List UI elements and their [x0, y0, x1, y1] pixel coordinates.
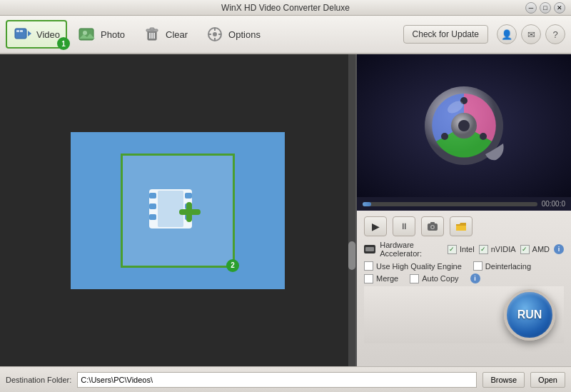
merge-checkbox[interactable] [364, 274, 373, 283]
svg-point-14 [213, 32, 217, 36]
photo-button[interactable]: Photo [70, 20, 132, 49]
accel-options: ✓ Intel ✓ nVIDIA ✓ AMD i [448, 244, 564, 254]
film-reel-icon [421, 83, 507, 169]
run-button[interactable]: RUN [504, 289, 555, 341]
nvidia-checkbox[interactable]: ✓ [479, 245, 488, 254]
merge-option[interactable]: Merge [364, 274, 398, 283]
right-panel: 00:00:0 ▶ ⏸ [357, 54, 571, 366]
svg-point-33 [480, 133, 487, 140]
window-title: WinX HD Video Converter Deluxe [221, 3, 350, 13]
scroll-thumb[interactable] [348, 241, 355, 270]
help-icon[interactable]: ? [545, 24, 565, 44]
add-video-svg [142, 175, 213, 246]
playback-controls: ▶ ⏸ [364, 216, 564, 236]
drop-zone[interactable]: 2 [71, 132, 285, 289]
destination-input[interactable] [77, 372, 477, 388]
svg-rect-20 [149, 193, 156, 198]
quality-row: Use High Quality Engine Deinterlacing [364, 261, 564, 271]
intel-label: Intel [460, 245, 475, 253]
high-quality-checkbox[interactable] [364, 261, 373, 271]
amd-option[interactable]: ✓ AMD [520, 245, 550, 254]
auto-copy-label: Auto Copy [422, 274, 458, 283]
svg-rect-39 [430, 222, 435, 224]
hw-chip [365, 247, 374, 251]
video-icon [13, 24, 33, 44]
controls-area: ▶ ⏸ [357, 211, 571, 366]
svg-rect-23 [185, 193, 192, 198]
folder-button[interactable] [450, 216, 473, 236]
merge-label: Merge [376, 274, 398, 283]
video-button-wrap: Video 1 [6, 20, 67, 49]
check-update-button[interactable]: Check for Update [403, 25, 488, 44]
toolbar-right-icons: 👤 ✉ ? [497, 24, 565, 44]
progress-bar-area: 00:00:0 [357, 197, 571, 211]
left-panel[interactable]: 2 [0, 54, 357, 366]
hw-info-icon[interactable]: i [554, 244, 564, 254]
amd-checkbox[interactable]: ✓ [520, 245, 530, 254]
add-video-badge: 2 [226, 259, 239, 272]
title-bar: WinX HD Video Converter Deluxe ─ □ ✕ [0, 0, 571, 16]
video-label: Video [36, 29, 60, 40]
email-icon[interactable]: ✉ [521, 24, 541, 44]
destination-label: Destination Folder: [6, 376, 71, 384]
folder-icon [455, 222, 467, 231]
svg-rect-26 [158, 191, 183, 227]
clear-button[interactable]: Clear [135, 20, 195, 49]
high-quality-label: Use High Quality Engine [376, 262, 462, 271]
pause-button[interactable]: ⏸ [393, 216, 415, 236]
options-label: Options [228, 29, 261, 40]
video-badge: 1 [57, 37, 70, 50]
svg-rect-21 [149, 203, 156, 209]
status-bar: Destination Folder: Browse Open [0, 366, 571, 392]
open-button[interactable]: Open [530, 372, 565, 388]
play-button[interactable]: ▶ [364, 216, 387, 236]
left-panel-scrollbar[interactable] [348, 54, 355, 366]
photo-icon [77, 24, 97, 44]
intel-option[interactable]: ✓ Intel [448, 245, 475, 254]
deinterlacing-checkbox[interactable] [473, 261, 482, 271]
main-area: 2 [0, 54, 571, 366]
photo-svg [78, 26, 96, 43]
progress-track[interactable] [363, 202, 537, 206]
progress-fill [363, 202, 371, 206]
minimize-button[interactable]: ─ [525, 2, 537, 14]
auto-copy-info-icon[interactable]: i [470, 273, 480, 283]
deinterlacing-option[interactable]: Deinterlacing [473, 261, 531, 271]
svg-point-38 [432, 226, 434, 228]
window-controls[interactable]: ─ □ ✕ [525, 2, 565, 14]
account-icon[interactable]: 👤 [497, 24, 517, 44]
hw-accelerator-row: Hardware Accelerator: ✓ Intel ✓ nVIDIA ✓… [364, 241, 564, 258]
nvidia-option[interactable]: ✓ nVIDIA [479, 245, 516, 254]
video-svg [14, 26, 32, 43]
auto-copy-option[interactable]: Auto Copy [410, 274, 458, 283]
merge-row: Merge Auto Copy i [364, 273, 564, 283]
trash-svg [143, 26, 161, 43]
intel-checkbox[interactable]: ✓ [448, 245, 457, 254]
hw-icon [364, 245, 375, 253]
svg-point-34 [441, 133, 448, 140]
preview-area [357, 54, 571, 197]
snapshot-button[interactable] [421, 216, 444, 236]
maximize-button[interactable]: □ [540, 2, 551, 14]
high-quality-option[interactable]: Use High Quality Engine [364, 261, 462, 271]
add-video-box[interactable]: 2 [121, 154, 235, 268]
svg-point-31 [458, 120, 470, 131]
close-button[interactable]: ✕ [554, 2, 565, 14]
options-button[interactable]: Options [198, 20, 268, 49]
toolbar: Video 1 Photo Clear [0, 16, 571, 54]
photo-label: Photo [101, 29, 125, 40]
auto-copy-checkbox[interactable] [410, 274, 419, 283]
trash-icon [142, 24, 162, 44]
svg-rect-28 [186, 202, 192, 222]
time-display: 00:00:0 [542, 200, 565, 208]
svg-rect-9 [150, 28, 154, 30]
amd-label: AMD [532, 245, 550, 253]
clear-label: Clear [166, 29, 188, 40]
camera-icon [427, 221, 438, 231]
options-svg [206, 26, 223, 43]
svg-rect-2 [16, 30, 19, 32]
browse-button[interactable]: Browse [482, 372, 525, 388]
svg-rect-22 [149, 214, 156, 220]
nvidia-label: nVIDIA [491, 245, 516, 253]
options-icon [205, 24, 225, 44]
